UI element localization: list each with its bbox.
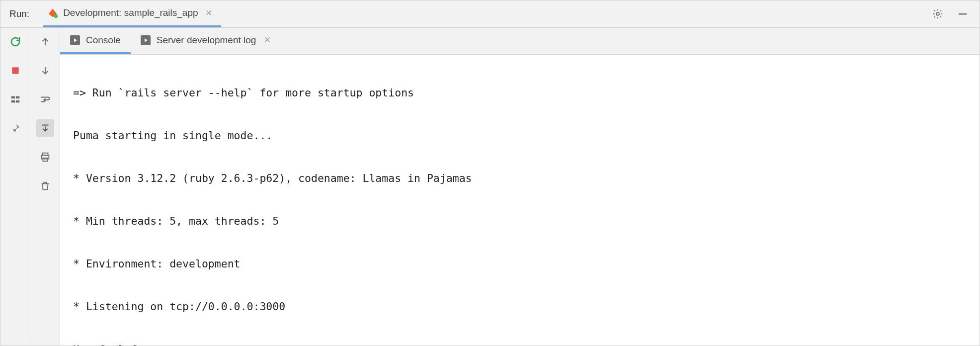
svg-point-0	[54, 14, 58, 18]
svg-point-1	[936, 12, 939, 15]
softwrap-icon[interactable]	[36, 90, 54, 108]
ruby-icon	[47, 7, 58, 18]
stop-icon[interactable]	[6, 62, 24, 80]
rerun-icon[interactable]	[6, 33, 24, 51]
svg-rect-5	[15, 96, 19, 99]
topbar-actions	[931, 7, 975, 21]
run-content: Console Server development log ✕ => Run …	[60, 28, 980, 346]
console-line: Use Ctrl-C to stop	[73, 339, 980, 346]
svg-rect-3	[12, 67, 18, 74]
arrow-down-icon[interactable]	[36, 62, 54, 80]
svg-rect-6	[11, 100, 14, 103]
layout-icon[interactable]	[6, 90, 24, 108]
console-line: * Environment: development	[73, 253, 980, 274]
gear-icon[interactable]	[931, 7, 945, 21]
console-line: Puma starting in single mode...	[73, 125, 980, 146]
console-line: * Version 3.12.2 (ruby 2.6.3-p62), coden…	[73, 168, 980, 189]
run-config-tab[interactable]: Development: sample_rails_app ✕	[43, 0, 221, 27]
terminal-icon	[70, 35, 80, 45]
print-icon[interactable]	[36, 148, 54, 166]
pin-icon[interactable]	[6, 119, 24, 137]
close-icon[interactable]: ✕	[203, 8, 214, 18]
action-strip-console	[30, 28, 60, 346]
console-line: => Run `rails server --help` for more st…	[73, 82, 980, 103]
console-tabs: Console Server development log ✕	[60, 28, 980, 55]
tab-server-log-label: Server development log	[157, 35, 256, 46]
tab-server-log[interactable]: Server development log ✕	[131, 28, 283, 54]
console-line: * Min threads: 5, max threads: 5	[73, 210, 980, 232]
run-topbar: Run: Development: sample_rails_app ✕	[0, 0, 980, 28]
run-body: Console Server development log ✕ => Run …	[0, 28, 980, 346]
tab-console-label: Console	[86, 35, 121, 46]
console-output[interactable]: => Run `rails server --help` for more st…	[60, 55, 980, 346]
tab-console[interactable]: Console	[60, 28, 131, 54]
trash-icon[interactable]	[36, 177, 54, 195]
run-config-name: Development: sample_rails_app	[63, 7, 198, 18]
hide-icon[interactable]	[956, 7, 970, 21]
run-tool-window: Run: Development: sample_rails_app ✕	[0, 0, 980, 346]
terminal-icon	[141, 35, 151, 45]
svg-rect-2	[959, 13, 967, 14]
arrow-up-icon[interactable]	[36, 33, 54, 51]
console-line: * Listening on tcp://0.0.0.0:3000	[73, 296, 980, 317]
panel-title: Run:	[9, 8, 29, 19]
svg-rect-4	[11, 96, 14, 99]
scroll-to-end-icon[interactable]	[36, 119, 54, 137]
close-icon[interactable]: ✕	[262, 35, 273, 45]
svg-rect-7	[15, 100, 19, 103]
action-strip-primary	[0, 28, 30, 346]
